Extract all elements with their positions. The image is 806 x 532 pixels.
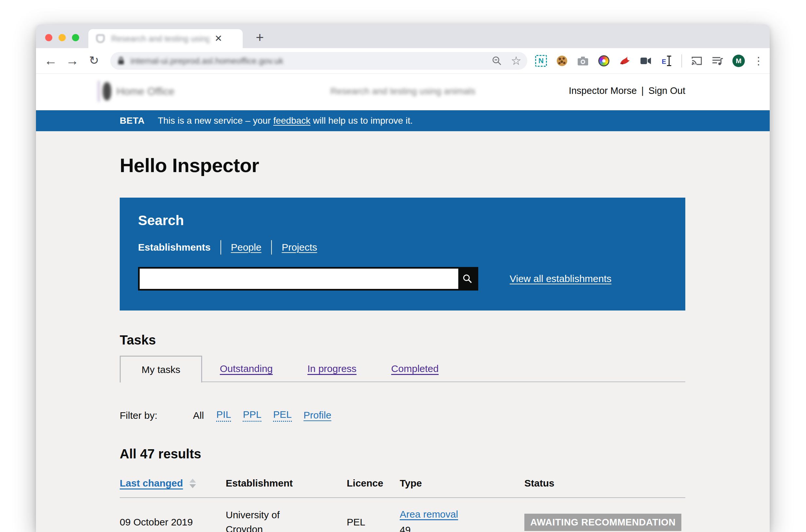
bookmark-star-icon[interactable]: ☆ [511,54,521,68]
row-type: Area removal 49 [400,509,524,532]
row-last-changed: 09 October 2019 [120,517,226,528]
filter-label: Filter by: [120,410,193,421]
cookie-extension-icon[interactable] [557,56,567,66]
search-input[interactable] [140,269,458,289]
tab-title: Research and testing using ani [111,34,209,43]
site-header: Home Office Research and testing using a… [36,74,770,110]
filter-pel-link[interactable]: PEL [273,409,292,422]
results-heading: All 47 results [120,446,685,461]
profile-avatar[interactable]: M [732,55,745,67]
video-camera-extension-icon[interactable] [639,55,652,67]
n-extension-icon[interactable]: N [535,55,547,67]
tasks-title: Tasks [120,333,685,347]
screenshot-camera-extension-icon[interactable] [577,55,589,67]
user-name: Inspector Morse [569,86,637,96]
beta-banner: BETA This is a new service – your feedba… [36,110,770,131]
row-licence: PEL [347,517,400,528]
tab-my-tasks[interactable]: My tasks [120,356,202,382]
tab-strip: Research and testing using ani ✕ + [36,24,770,48]
search-box [138,267,478,290]
close-window-button[interactable] [45,34,52,41]
search-panel: Search Establishments People Projects [120,197,685,310]
forward-icon[interactable]: → [65,53,80,68]
url-text: internal-ui.preprod.asl.homeoffice.gov.u… [131,56,283,66]
favicon-shield-icon [96,34,105,43]
media-queue-icon[interactable] [711,55,724,67]
search-tab-establishments[interactable]: Establishments [138,242,211,253]
nav-separator: | [641,86,644,96]
camera-lens-extension-icon[interactable] [598,55,609,66]
search-icon [462,273,473,284]
screen: Research and testing using ani ✕ + ← → ↻… [0,0,806,532]
lock-icon [117,56,125,66]
table-header: Last changed Establishment Licence Type … [120,478,685,498]
address-bar[interactable]: internal-ui.preprod.asl.homeoffice.gov.u… [110,52,527,70]
row-establishment: University of Croydon [226,508,307,532]
new-tab-button[interactable]: + [256,30,264,45]
browser-toolbar: ← → ↻ internal-ui.preprod.asl.homeoffice… [36,48,770,74]
page-content: Hello Inspector Search Establishments Pe… [36,131,770,532]
filter-row: Filter by: All PIL PPL PEL Profile [120,409,685,422]
menu-kebab-icon[interactable]: ⋮ [753,56,764,66]
fullscreen-window-button[interactable] [72,34,79,41]
tab-separator [220,240,221,254]
feedback-link[interactable]: feedback [273,115,310,126]
tab-completed[interactable]: Completed [391,363,439,374]
filter-all[interactable]: All [193,410,204,421]
beta-message: This is a new service – your feedback wi… [158,115,413,126]
search-tab-people[interactable]: People [231,242,261,253]
filter-pil-link[interactable]: PIL [216,409,231,422]
search-scope-tabs: Establishments People Projects [138,240,667,254]
cast-icon[interactable] [691,55,703,67]
tab-separator [271,240,272,254]
minimize-window-button[interactable] [59,34,66,41]
sort-last-changed-link[interactable]: Last changed [120,478,183,489]
beta-tag: BETA [120,115,145,126]
filter-ppl-link[interactable]: PPL [243,409,261,422]
view-all-establishments-link[interactable]: View all establishments [510,273,611,284]
sign-out-link[interactable]: Sign Out [648,86,685,96]
toolbar-divider [682,54,682,68]
col-status: Status [524,478,685,489]
user-nav: Inspector Morse | Sign Out [569,86,685,96]
search-tab-projects[interactable]: Projects [282,242,317,253]
text-cursor-extension-icon[interactable]: E [660,55,673,67]
browser-tab[interactable]: Research and testing using ani ✕ [88,29,243,48]
tasks-tab-bar: My tasks Outstanding In progress Complet… [120,356,685,382]
tab-outstanding[interactable]: Outstanding [220,363,273,374]
extensions-bar: N [535,48,764,74]
task-type-link[interactable]: Area removal [400,509,458,519]
page-title: Hello Inspector [120,131,685,177]
table-row: 09 October 2019 University of Croydon PE… [120,498,685,532]
search-title: Search [138,213,667,228]
col-establishment: Establishment [226,478,347,489]
tab-close-icon[interactable]: ✕ [215,34,222,43]
filter-profile-link[interactable]: Profile [304,410,331,421]
col-licence: Licence [347,478,400,489]
search-button[interactable] [458,269,477,289]
reload-icon[interactable]: ↻ [87,53,101,68]
status-badge: AWAITING RECOMMENDATION [524,514,682,531]
back-icon[interactable]: ← [43,53,58,68]
tab-in-progress[interactable]: In progress [307,363,357,374]
col-type: Type [400,478,524,489]
sort-icon[interactable] [189,479,196,488]
browser-window: Research and testing using ani ✕ + ← → ↻… [36,24,770,532]
zoom-out-icon[interactable] [491,55,502,66]
bird-extension-icon[interactable] [618,55,631,67]
task-type-ref: 49 [400,525,524,532]
